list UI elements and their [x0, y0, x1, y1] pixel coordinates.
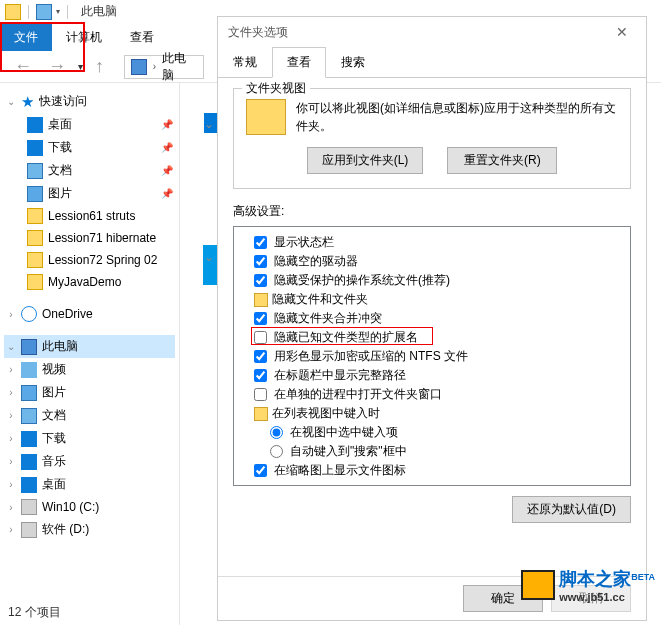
checkbox[interactable]: [254, 388, 267, 401]
opt-hide-merge-conflicts[interactable]: 隐藏文件夹合并冲突: [238, 309, 626, 328]
group-description: 你可以将此视图(如详细信息或图标)应用于这种类型的所有文件夹。: [296, 99, 618, 135]
close-button[interactable]: ✕: [608, 20, 636, 44]
group-title: 文件夹视图: [242, 80, 310, 97]
tree-folder[interactable]: Lession71 hibernate: [4, 227, 175, 249]
pin-icon: 📌: [161, 165, 173, 176]
watermark-logo: [521, 570, 555, 600]
tree-documents2[interactable]: ›文档: [4, 404, 175, 427]
checkbox[interactable]: [254, 312, 267, 325]
folder-icon: [27, 208, 43, 224]
restore-defaults-button[interactable]: 还原为默认值(D): [512, 496, 631, 523]
desktop-icon: [27, 117, 43, 133]
documents-icon: [27, 163, 43, 179]
opt-separate-process[interactable]: 在单独的进程中打开文件夹窗口: [238, 385, 626, 404]
pictures-icon: [27, 186, 43, 202]
tree-drive-c[interactable]: ›Win10 (C:): [4, 496, 175, 518]
folder-options-dialog: 文件夹选项 ✕ 常规 查看 搜索 文件夹视图 你可以将此视图(如详细信息或图标)…: [217, 16, 647, 621]
tree-pictures[interactable]: 图片📌: [4, 182, 175, 205]
ribbon-tab-computer[interactable]: 计算机: [52, 23, 116, 51]
tree-drive-d[interactable]: ›软件 (D:): [4, 518, 175, 541]
checkbox[interactable]: [254, 255, 267, 268]
folder-icon: [27, 274, 43, 290]
status-bar-count: 12 个项目: [8, 604, 61, 621]
opt-hide-empty-drives[interactable]: 隐藏空的驱动器: [238, 252, 626, 271]
tree-this-pc[interactable]: ⌄此电脑: [4, 335, 175, 358]
downloads-icon: [27, 140, 43, 156]
qat-dropdown-icon[interactable]: ▾: [56, 7, 60, 16]
dialog-title-text: 文件夹选项: [228, 24, 288, 41]
drive-icon: [21, 499, 37, 515]
pc-icon: [21, 339, 37, 355]
forward-button[interactable]: →: [44, 56, 70, 77]
location-icon: [131, 59, 147, 75]
dialog-tabs: 常规 查看 搜索: [218, 47, 646, 78]
pin-icon: 📌: [161, 142, 173, 153]
ribbon-tab-file[interactable]: 文件: [0, 23, 52, 51]
music-icon: [21, 454, 37, 470]
folder-view-group: 文件夹视图 你可以将此视图(如详细信息或图标)应用于这种类型的所有文件夹。 应用…: [233, 88, 631, 189]
window-title: 此电脑: [81, 3, 117, 20]
checkbox[interactable]: [254, 274, 267, 287]
tree-downloads2[interactable]: ›下载: [4, 427, 175, 450]
checkbox[interactable]: [254, 236, 267, 249]
tab-search[interactable]: 搜索: [326, 47, 380, 78]
opt-color-ntfs[interactable]: 用彩色显示加密或压缩的 NTFS 文件: [238, 347, 626, 366]
opt-show-statusbar[interactable]: 显示状态栏: [238, 233, 626, 252]
drive-icon: [21, 522, 37, 538]
folder-icon: [254, 293, 268, 307]
pictures-icon: [21, 385, 37, 401]
pin-icon: 📌: [161, 119, 173, 130]
tree-onedrive[interactable]: ›OneDrive: [4, 303, 175, 325]
folder-icon: [254, 407, 268, 421]
desktop-icon: [21, 477, 37, 493]
dialog-titlebar[interactable]: 文件夹选项 ✕: [218, 17, 646, 47]
downloads-icon: [21, 431, 37, 447]
tree-desktop[interactable]: 桌面📌: [4, 113, 175, 136]
opt-full-path-titlebar[interactable]: 在标题栏中显示完整路径: [238, 366, 626, 385]
advanced-settings-label: 高级设置:: [233, 203, 631, 220]
videos-icon: [21, 362, 37, 378]
navigation-pane: ⌄★快速访问 桌面📌 下载📌 文档📌 图片📌 Lession61 struts …: [0, 82, 180, 625]
reset-folders-button[interactable]: 重置文件夹(R): [447, 147, 557, 174]
tree-videos[interactable]: ›视频: [4, 358, 175, 381]
path-segment[interactable]: 此电脑: [162, 50, 197, 84]
opt-hide-known-extensions[interactable]: 隐藏已知文件类型的扩展名: [238, 328, 626, 347]
opt-hide-protected-os[interactable]: 隐藏受保护的操作系统文件(推荐): [238, 271, 626, 290]
tree-downloads[interactable]: 下载📌: [4, 136, 175, 159]
folder-icon: [27, 252, 43, 268]
tree-folder[interactable]: Lession72 Spring 02: [4, 249, 175, 271]
tree-folder[interactable]: MyJavaDemo: [4, 271, 175, 293]
radio[interactable]: [270, 445, 283, 458]
tree-desktop2[interactable]: ›桌面: [4, 473, 175, 496]
checkbox[interactable]: [254, 331, 267, 344]
tree-pictures2[interactable]: ›图片: [4, 381, 175, 404]
history-dropdown[interactable]: ▾: [78, 61, 83, 72]
address-bar[interactable]: › 此电脑: [124, 55, 204, 79]
tab-general[interactable]: 常规: [218, 47, 272, 78]
folder-big-icon: [246, 99, 286, 135]
qat-properties-icon[interactable]: [36, 4, 52, 20]
watermark: 脚本之家BETA www.jb51.cc: [521, 567, 655, 603]
onedrive-icon: [21, 306, 37, 322]
tree-documents[interactable]: 文档📌: [4, 159, 175, 182]
opt-type-to-search[interactable]: 自动键入到"搜索"框中: [238, 442, 626, 461]
tab-view[interactable]: 查看: [272, 47, 326, 78]
app-icon: [5, 4, 21, 20]
tree-music[interactable]: ›音乐: [4, 450, 175, 473]
checkbox[interactable]: [254, 369, 267, 382]
checkbox[interactable]: [254, 350, 267, 363]
advanced-settings-tree[interactable]: 显示状态栏 隐藏空的驱动器 隐藏受保护的操作系统文件(推荐) 隐藏文件和文件夹 …: [233, 226, 631, 486]
opt-typing-in-list[interactable]: 在列表视图中键入时: [238, 404, 626, 423]
up-button[interactable]: ↑: [91, 56, 108, 77]
radio[interactable]: [270, 426, 283, 439]
ribbon-tab-view[interactable]: 查看: [116, 23, 168, 51]
pin-icon: 📌: [161, 188, 173, 199]
tree-folder[interactable]: Lession61 struts: [4, 205, 175, 227]
back-button[interactable]: ←: [10, 56, 36, 77]
tree-quick-access[interactable]: ⌄★快速访问: [4, 90, 175, 113]
opt-hidden-files-folders[interactable]: 隐藏文件和文件夹: [238, 290, 626, 309]
apply-to-folders-button[interactable]: 应用到文件夹(L): [307, 147, 424, 174]
opt-thumbnails-icons[interactable]: 在缩略图上显示文件图标: [238, 461, 626, 480]
checkbox[interactable]: [254, 464, 267, 477]
opt-select-typed[interactable]: 在视图中选中键入项: [238, 423, 626, 442]
